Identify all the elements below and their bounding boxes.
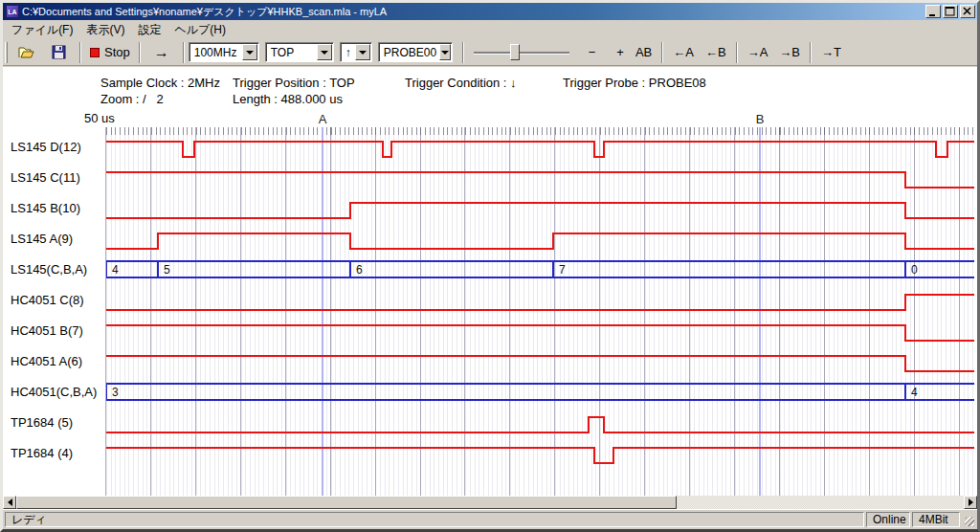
save-button[interactable] [43, 43, 76, 62]
marker-b-label: B [750, 112, 769, 126]
set-marker-a-button[interactable]: →A [742, 42, 774, 62]
menu-bar: ファイル(F) 表示(V) 設定 ヘルプ(H) [3, 20, 977, 39]
goto-trigger-button[interactable]: →T [815, 42, 847, 62]
menu-settings[interactable]: 設定 [131, 20, 167, 40]
close-button[interactable] [960, 5, 975, 18]
trigger-position-info: Trigger Position : TOP [233, 76, 355, 90]
trigger-edge-select[interactable]: ↑ [340, 42, 372, 62]
minimize-button[interactable] [925, 5, 941, 18]
app-window: LA C:¥Documents and Settings¥noname¥デスクト… [0, 0, 980, 532]
minimize-icon [927, 7, 939, 16]
status-online: Online [866, 512, 910, 527]
toolbar: Stop → 100MHz TOP ↑ PROBE00 − + AB ←A [3, 39, 977, 66]
menu-view[interactable]: 表示(V) [79, 20, 131, 40]
zoom-slider-thumb[interactable] [510, 44, 520, 60]
chevron-down-icon[interactable] [242, 44, 257, 60]
channel-label: TP1684 (4) [11, 446, 73, 460]
toolbar-separator [79, 42, 81, 63]
arrow-left-icon [4, 499, 12, 506]
toolbar-separator [183, 42, 185, 63]
close-icon [962, 7, 973, 16]
toolbar-separator [661, 42, 663, 63]
bus-value-label: 6 [356, 263, 363, 277]
channel-label: HC4051(C,B,A) [11, 385, 97, 399]
trigger-position-select[interactable]: TOP [265, 42, 334, 62]
bus-value-label: 4 [112, 263, 119, 277]
status-online-text: Online [873, 513, 906, 526]
bus-value-label: 3 [112, 386, 119, 399]
trigger-position-value: TOP [266, 46, 316, 59]
waveform-trace [106, 295, 974, 310]
channel-label: LS145 A(9) [11, 232, 73, 246]
menu-help[interactable]: ヘルプ(H) [167, 20, 233, 40]
bus-value-label: 0 [911, 263, 918, 277]
waveform-trace [106, 172, 974, 188]
scroll-right-button[interactable] [964, 496, 977, 509]
single-run-button[interactable]: → [145, 44, 179, 61]
stop-button[interactable]: Stop [85, 43, 135, 61]
open-file-button[interactable] [11, 43, 43, 62]
title-bar: LA C:¥Documents and Settings¥noname¥デスクト… [3, 3, 977, 20]
trigger-probe-select[interactable]: PROBE00 [378, 42, 453, 62]
time-division-label: 50 us [84, 111, 115, 125]
sample-clock-info: Sample Clock : 2MHz [100, 76, 220, 90]
waveform-trace [106, 448, 974, 463]
status-ready-text: レディ [11, 512, 47, 528]
channel-label: LS145 C(11) [11, 170, 80, 185]
save-floppy-icon [51, 45, 68, 60]
waveform-trace [106, 142, 974, 157]
menu-file[interactable]: ファイル(F) [5, 20, 79, 40]
channel-label: LS145(C,B,A) [11, 262, 87, 277]
bus-value-label: 4 [911, 386, 918, 399]
stop-label: Stop [104, 45, 130, 59]
set-marker-b-button[interactable]: →B [773, 42, 806, 62]
status-memory: 4MBit [912, 512, 960, 527]
toolbar-grip[interactable] [5, 42, 8, 63]
zoom-slider[interactable] [474, 43, 569, 62]
waveform-trace [106, 325, 974, 341]
channel-label: HC4051 A(6) [11, 354, 82, 368]
trigger-edge-value: ↑ [341, 46, 354, 59]
maximize-button[interactable] [943, 5, 958, 18]
sample-clock-value: 100MHz [189, 46, 241, 59]
chevron-down-icon[interactable] [317, 44, 332, 60]
horizontal-scrollbar[interactable] [3, 496, 977, 509]
toolbar-separator [139, 42, 141, 63]
status-bar: レディ Online 4MBit [3, 509, 977, 529]
channel-label: TP1684 (5) [11, 415, 73, 430]
channel-label: LS145 D(12) [11, 140, 81, 154]
resize-grip[interactable] [962, 512, 975, 527]
scrollbar-thumb[interactable] [16, 496, 677, 509]
chevron-down-icon[interactable] [355, 44, 370, 60]
app-icon: LA [6, 5, 19, 18]
open-folder-icon [18, 45, 35, 60]
channel-label: HC4051 C(8) [11, 293, 84, 307]
waveform-trace [106, 356, 974, 371]
zoom-out-button[interactable]: − [583, 42, 602, 62]
goto-marker-b-button[interactable]: ←B [700, 42, 732, 62]
scroll-left-button[interactable] [3, 496, 16, 509]
chevron-down-icon[interactable] [439, 44, 451, 60]
zoom-in-button[interactable]: + [611, 42, 630, 62]
zoom-ab-button[interactable]: AB [630, 42, 657, 62]
status-message: レディ [5, 512, 864, 527]
trigger-probe-value: PROBE00 [379, 46, 438, 59]
toolbar-separator [810, 42, 812, 63]
toolbar-separator [462, 42, 464, 63]
waveform-trace [106, 417, 974, 432]
waveform-trace [106, 233, 974, 249]
sample-clock-select[interactable]: 100MHz [189, 42, 259, 62]
stop-icon [90, 48, 100, 57]
marker-a-label: A [313, 112, 332, 126]
bus-value-label: 7 [559, 263, 566, 277]
waveform-client-area: Sample Clock : 2MHz Zoom : / 2 Trigger P… [3, 67, 977, 496]
status-memory-text: 4MBit [919, 513, 948, 526]
maximize-icon [945, 7, 956, 16]
toolbar-separator [736, 42, 738, 63]
zoom-slider-track[interactable] [474, 52, 569, 55]
goto-marker-a-button[interactable]: ←A [667, 42, 700, 62]
length-info: Length : 488.000 us [233, 92, 343, 106]
arrow-right-icon [969, 499, 977, 506]
window-title: C:¥Documents and Settings¥noname¥デスクトップ¥… [22, 5, 924, 19]
waveform-plot: 4567034 [106, 127, 974, 496]
